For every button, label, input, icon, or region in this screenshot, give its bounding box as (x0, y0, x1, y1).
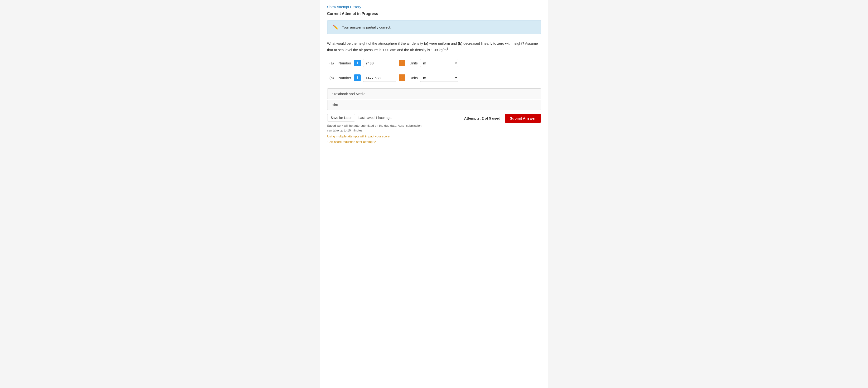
partial-correct-text: Your answer is partially correct. (342, 25, 391, 29)
number-label-b: Number (339, 76, 351, 80)
multiple-attempts-warning-link[interactable]: Using multiple attempts will impact your… (327, 135, 427, 138)
auto-submit-text: Saved work will be auto-submitted on the… (327, 123, 427, 133)
units-label-b: Units (410, 76, 418, 80)
warning-button-a[interactable]: ! (399, 60, 405, 66)
save-row: Save for Later Last saved 1 hour ago. (327, 114, 427, 121)
warning-button-b[interactable]: ! (399, 74, 405, 81)
last-saved-text: Last saved 1 hour ago. (358, 116, 392, 120)
question-text: What would be the height of the atmosphe… (327, 41, 541, 53)
part-a-label: (a) (330, 61, 336, 65)
info-button-a[interactable]: i (354, 60, 361, 66)
bottom-bar: Save for Later Last saved 1 hour ago. Sa… (327, 114, 541, 144)
show-attempt-history-link[interactable]: Show Attempt History (327, 5, 361, 9)
number-input-a[interactable] (363, 59, 396, 67)
pencil-icon: ✏️ (333, 24, 339, 30)
bottom-divider (327, 158, 541, 158)
units-select-a[interactable]: m km ft mi (420, 59, 458, 67)
attempts-text: Attempts: 2 of 5 used (464, 116, 500, 120)
hint-section[interactable]: Hint (327, 100, 541, 110)
current-attempt-heading: Current Attempt in Progress (327, 12, 541, 16)
submit-answer-button[interactable]: Submit Answer (505, 114, 541, 123)
partial-correct-banner: ✏️ Your answer is partially correct. (327, 20, 541, 34)
info-button-b[interactable]: i (354, 74, 361, 81)
right-bottom: Attempts: 2 of 5 used Submit Answer (464, 114, 541, 123)
part-b-label: (b) (330, 76, 336, 80)
left-bottom: Save for Later Last saved 1 hour ago. Sa… (327, 114, 427, 144)
etextbook-section[interactable]: eTextbook and Media (327, 88, 541, 99)
units-label-a: Units (410, 61, 418, 65)
number-input-b[interactable] (363, 74, 396, 82)
input-row-a: (a) Number i ! Units m km ft mi (327, 59, 541, 67)
save-for-later-button[interactable]: Save for Later (327, 114, 355, 121)
number-label-a: Number (339, 61, 351, 65)
page-wrapper: Show Attempt History Current Attempt in … (320, 0, 548, 388)
score-reduction-text: 10% score reduction after attempt 2 (327, 140, 427, 144)
input-row-b: (b) Number i ! Units m km ft mi (327, 74, 541, 82)
units-select-b[interactable]: m km ft mi (420, 74, 458, 82)
